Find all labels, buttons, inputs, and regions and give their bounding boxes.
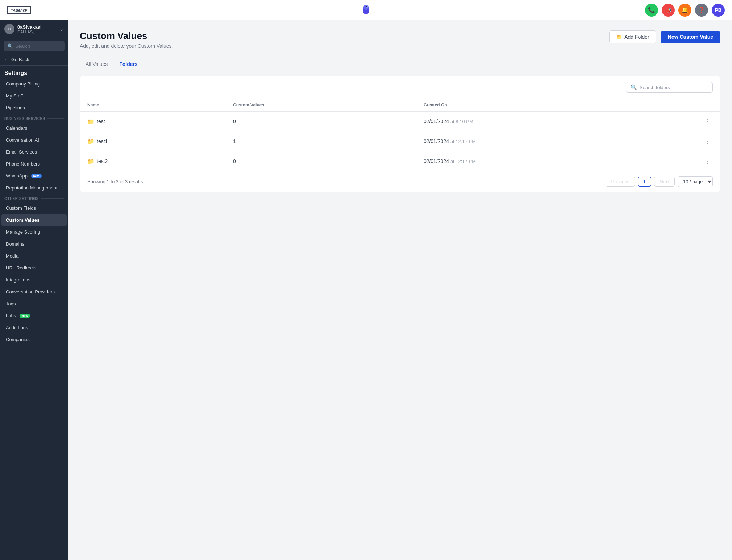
sidebar-item-labs[interactable]: Labs New [1,310,67,321]
bullhorn-icon-button[interactable]: 📣 [662,4,675,17]
row-name-cell: 📁 test1 [80,131,226,151]
sidebar-item-integrations[interactable]: Integrations [1,274,67,285]
sidebar-account[interactable]: 0 0aSivakasi DALLAS, ⌄ [0,20,68,38]
row-name: test1 [97,138,108,144]
sidebar-item-label: Calendars [6,125,27,131]
sidebar-search-wrap: 🔍 ⌘K + [4,41,65,51]
sidebar-item-audit-logs[interactable]: Audit Logs [1,322,67,333]
sidebar-item-label: Custom Values [6,217,39,223]
row-more-button[interactable]: ⋮ [702,117,713,126]
row-more-button[interactable]: ⋮ [702,137,713,146]
topnav-logo-center [359,3,373,17]
row-actions-cell: ⋮ [695,151,720,171]
row-time: at 12:17 PM [450,139,476,144]
sidebar-item-pipelines[interactable]: Pipelines [1,102,67,113]
svg-point-3 [366,6,367,7]
row-created-on: 02/01/2024 at 12:17 PM [416,131,695,151]
table-row: 📁 test2 0 02/01/2024 at 12:17 PM ⋮ [80,151,720,171]
new-badge: New [20,314,30,318]
table-row: 📁 test 0 02/01/2024 at 8:10 PM ⋮ [80,112,720,131]
sidebar-item-custom-values[interactable]: Custom Values [1,214,67,226]
per-page-select[interactable]: 10 / page 25 / page 50 / page [678,176,713,187]
sidebar-item-media[interactable]: Media [1,250,67,262]
folders-table: Name Custom Values Created On 📁 test [80,99,720,171]
row-name-cell: 📁 test [80,112,226,131]
pagination-info: Showing 1 to 3 of 3 results [87,179,143,184]
bell-icon-button[interactable]: 🔔 [678,4,691,17]
topnav-right: 📞 📣 🔔 ❓ PB [645,4,725,17]
chevron-icon: ⌄ [59,26,64,32]
sidebar-item-conversation-providers[interactable]: Conversation Providers [1,286,67,297]
row-custom-values: 1 [226,131,416,151]
beta-badge: beta [31,174,42,178]
account-location: DALLAS, [17,30,42,34]
new-custom-value-button[interactable]: New Custom Value [661,31,720,43]
sidebar-item-tags[interactable]: Tags [1,298,67,309]
help-icon-button[interactable]: ❓ [695,4,708,17]
sidebar-item-calendars[interactable]: Calendars [1,122,67,134]
sidebar-item-label: Conversation AI [6,137,39,143]
sidebar-item-label: WhatsApp [6,173,28,179]
go-back-label: Go Back [11,57,29,62]
col-created-on: Created On [416,99,695,112]
sidebar-item-label: URL Redirects [6,265,36,271]
tab-all-values[interactable]: All Values [80,58,113,71]
avatar[interactable]: PB [712,4,725,17]
sidebar-item-company-billing[interactable]: Company Billing [1,78,67,89]
previous-button[interactable]: Previous [606,177,635,187]
pagination-bar: Showing 1 to 3 of 3 results Previous 1 N… [80,171,720,192]
sidebar-item-custom-fields[interactable]: Custom Fields [1,202,67,214]
add-folder-button[interactable]: 📁 Add Folder [609,30,656,43]
folder-icon: 📁 [87,158,95,165]
svg-point-4 [367,6,367,6]
sidebar-item-url-redirects[interactable]: URL Redirects [1,262,67,273]
sidebar-item-conversation-ai[interactable]: Conversation AI [1,134,67,146]
row-name: test [97,118,105,124]
sidebar-item-label: Reputation Management [6,185,57,191]
row-actions-cell: ⋮ [695,131,720,151]
back-arrow-icon: ← [4,57,9,62]
sidebar: 0 0aSivakasi DALLAS, ⌄ 🔍 ⌘K + ← Go Back … [0,20,68,560]
sidebar-item-whatsapp[interactable]: WhatsApp beta [1,170,67,181]
page-1-button[interactable]: 1 [638,177,651,187]
sidebar-item-companies[interactable]: Companies [1,334,67,345]
sidebar-item-label: Domains [6,241,24,247]
sidebar-item-email-services[interactable]: Email Services [1,146,67,158]
topnav: "Agency 📞 📣 🔔 ❓ PB [0,0,732,20]
col-name: Name [80,99,226,112]
account-avatar: 0 [4,24,14,34]
folder-icon: 📁 [616,34,622,40]
section-title-business: BUSINESS SERVICES [0,114,68,122]
page-header: Custom Values Add, edit and delete your … [80,30,720,49]
sidebar-item-label: Media [6,253,18,259]
sidebar-item-my-staff[interactable]: My Staff [1,90,67,101]
search-input[interactable] [15,43,68,49]
section-title-other: OTHER SETTINGS [0,194,68,202]
sidebar-item-reputation-management[interactable]: Reputation Management [1,182,67,193]
sidebar-item-label: Integrations [6,277,30,283]
row-custom-values: 0 [226,151,416,171]
next-button[interactable]: Next [654,177,675,187]
search-icon: 🔍 [631,84,637,90]
page-title: Custom Values [80,30,173,42]
phone-icon-button[interactable]: 📞 [645,4,658,17]
search-folders-wrap: 🔍 [626,82,713,93]
sidebar-item-phone-numbers[interactable]: Phone Numbers [1,158,67,170]
row-time: at 8:10 PM [450,119,473,124]
row-custom-values: 0 [226,112,416,131]
sidebar-item-manage-scoring[interactable]: Manage Scoring [1,226,67,238]
sidebar-item-label: Companies [6,337,30,342]
tab-folders[interactable]: Folders [113,58,144,71]
go-back-button[interactable]: ← Go Back [0,54,68,66]
table-row: 📁 test1 1 02/01/2024 at 12:17 PM ⋮ [80,131,720,151]
account-name: 0aSivakasi [17,24,42,30]
folders-card: 🔍 Name Custom Values Created On [80,76,720,192]
row-time: at 12:17 PM [450,159,476,164]
sidebar-item-label: Email Services [6,149,37,155]
sidebar-item-domains[interactable]: Domains [1,238,67,250]
sidebar-item-label: Conversation Providers [6,289,55,294]
row-more-button[interactable]: ⋮ [702,156,713,166]
row-name-cell: 📁 test2 [80,151,226,171]
search-folders-input[interactable] [640,85,708,90]
row-actions-cell: ⋮ [695,112,720,131]
